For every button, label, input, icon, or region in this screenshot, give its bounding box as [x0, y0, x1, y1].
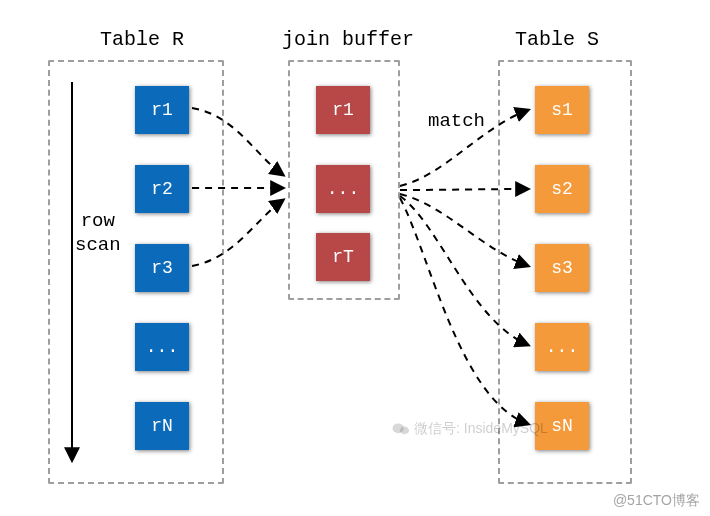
table-r-title: Table R: [100, 28, 184, 51]
block-label: r2: [151, 179, 173, 199]
match-label: match: [428, 110, 485, 132]
join-buffer-block: ...: [316, 165, 370, 213]
block-label: s3: [551, 258, 573, 278]
table-s-block: s2: [535, 165, 589, 213]
block-label: s1: [551, 100, 573, 120]
block-label: s2: [551, 179, 573, 199]
block-label: r1: [332, 100, 354, 120]
table-s-block: s1: [535, 86, 589, 134]
table-r-block: r2: [135, 165, 189, 213]
block-label: rN: [151, 416, 173, 436]
wechat-watermark: 微信号: InsideMySQL: [392, 420, 548, 438]
table-s-title: Table S: [515, 28, 599, 51]
join-buffer-block: r1: [316, 86, 370, 134]
svg-point-1: [400, 427, 409, 435]
table-r-block: ...: [135, 323, 189, 371]
table-r-block: r1: [135, 86, 189, 134]
table-s-block: s3: [535, 244, 589, 292]
block-label: ...: [146, 337, 178, 357]
block-label: sN: [551, 416, 573, 436]
diagram-stage: Table R join buffer Table S r1 r2 r3 ...…: [0, 0, 710, 516]
blog-watermark: @51CTO博客: [613, 492, 700, 510]
block-label: ...: [546, 337, 578, 357]
row-scan-label: row scan: [75, 210, 121, 258]
wechat-icon: [392, 422, 410, 436]
wechat-watermark-text: 微信号: InsideMySQL: [414, 420, 548, 438]
join-buffer-title: join buffer: [282, 28, 414, 51]
table-r-block: r3: [135, 244, 189, 292]
table-r-block: rN: [135, 402, 189, 450]
block-label: rT: [332, 247, 354, 267]
block-label: r1: [151, 100, 173, 120]
table-s-block: ...: [535, 323, 589, 371]
block-label: ...: [327, 179, 359, 199]
block-label: r3: [151, 258, 173, 278]
join-buffer-block: rT: [316, 233, 370, 281]
